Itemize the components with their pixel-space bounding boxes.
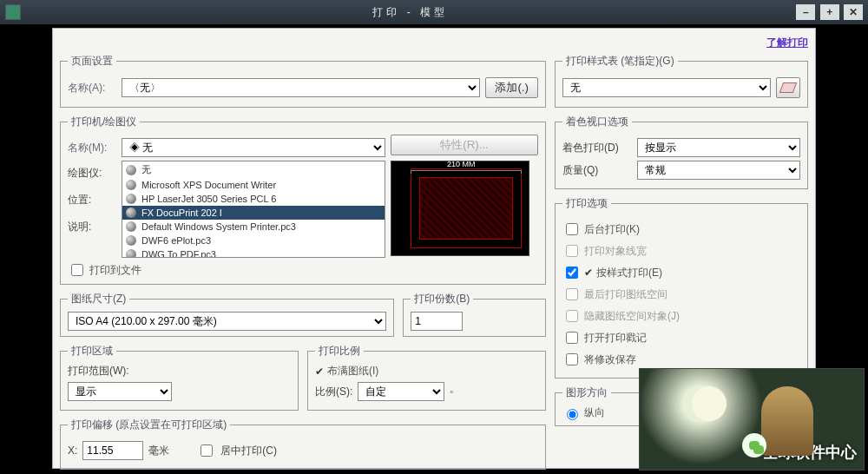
center-plot-label: 居中打印(C) <box>220 444 277 458</box>
close-icon[interactable]: ✕ <box>844 4 863 20</box>
opt-hide-paperspace-checkbox <box>566 310 578 322</box>
shaded-viewport-group: 着色视口选项 着色打印(D) 按显示 质量(Q) 常规 <box>555 115 808 189</box>
window-controls: – + ✕ <box>794 4 863 20</box>
desc-label: 说明: <box>68 220 116 234</box>
print-area-select[interactable]: 显示 <box>68 382 172 401</box>
fit-to-paper-label[interactable]: 布满图纸(I) <box>327 364 378 379</box>
page-name-select[interactable]: 〈无〉 <box>122 78 480 97</box>
plot-style-group: 打印样式表 (笔指定)(G) 无 <box>555 54 808 108</box>
page-setup-legend: 页面设置 <box>68 54 116 69</box>
page-name-label: 名称(A): <box>68 81 116 95</box>
print-offset-legend: 打印偏移 (原点设置在可打印区域) <box>68 418 230 432</box>
edit-style-button[interactable] <box>776 77 800 98</box>
titlebar: 打印 - 模型 – + ✕ <box>0 0 868 24</box>
preview-dimension: 210 MM <box>447 160 476 168</box>
offset-x-label: X: <box>68 444 77 457</box>
list-item[interactable]: HP LaserJet 3050 Series PCL 6 <box>122 192 385 206</box>
orientation-portrait-radio[interactable] <box>567 409 578 420</box>
quality-label: 质量(Q) <box>562 163 632 178</box>
print-what-label: 打印范围(W): <box>68 364 291 379</box>
printer-group: 打印机/绘图仪 名称(M): ◈ 无 绘图仪: 位置: 说明: <box>60 115 546 285</box>
page-setup-group: 页面设置 名称(A): 〈无〉 添加(.) <box>60 54 546 108</box>
properties-button[interactable]: 特性(R)... <box>391 135 538 155</box>
copies-group: 打印份数(B) <box>403 292 546 337</box>
print-area-legend: 打印区域 <box>68 344 116 359</box>
print-area-group: 打印区域 打印范围(W): 显示 <box>60 344 299 411</box>
plot-style-legend: 打印样式表 (笔指定)(G) <box>562 54 678 69</box>
window-title: 打印 - 模型 <box>26 5 794 20</box>
opt-plotstyles-checkbox[interactable] <box>566 267 578 279</box>
printer-icon <box>126 194 136 204</box>
printer-icon <box>126 207 136 218</box>
paper-preview: 210 MM <box>391 161 529 256</box>
list-item[interactable]: 无 <box>122 161 385 178</box>
minimize-icon[interactable]: – <box>796 4 815 20</box>
print-to-file-checkbox[interactable] <box>71 264 83 276</box>
paper-size-group: 图纸尺寸(Z) ISO A4 (210.00 x 297.00 毫米) <box>60 292 394 337</box>
print-scale-group: 打印比例 ✔布满图纸(I) 比例(S): 自定 ◦ <box>307 344 546 411</box>
scale-ratio-select[interactable]: 自定 <box>358 382 444 401</box>
printer-icon <box>126 249 136 258</box>
shade-mode-label: 着色打印(D) <box>562 141 632 155</box>
copies-input[interactable] <box>411 312 463 331</box>
learn-print-link[interactable]: 了解打印 <box>766 36 808 49</box>
printer-icon <box>126 235 136 246</box>
center-plot-checkbox[interactable] <box>201 444 213 457</box>
opt-plot-stamp-checkbox[interactable] <box>566 332 578 344</box>
quality-select[interactable]: 常规 <box>637 161 800 180</box>
list-item[interactable]: FX DocuPrint 202 I <box>122 206 385 220</box>
add-button[interactable]: 添加(.) <box>485 77 538 98</box>
list-item[interactable]: Default Windows System Printer.pc3 <box>122 220 385 234</box>
scale-unit-mark: ◦ <box>450 385 453 398</box>
list-item[interactable]: Microsoft XPS Document Writer <box>122 178 385 192</box>
plot-options-legend: 打印选项 <box>562 196 611 211</box>
paper-size-legend: 图纸尺寸(Z) <box>68 292 129 306</box>
printer-list[interactable]: 无 Microsoft XPS Document Writer HP Laser… <box>122 161 385 258</box>
offset-unit: 毫米 <box>148 444 169 458</box>
opt-lineweights-checkbox <box>566 245 578 257</box>
list-item[interactable]: DWG To PDF.pc3 <box>122 247 385 258</box>
printer-icon <box>126 180 136 190</box>
print-scale-legend: 打印比例 <box>315 344 364 359</box>
maximize-icon[interactable]: + <box>820 4 839 20</box>
app-icon <box>5 4 21 20</box>
plot-options-group: 打印选项 后台打印(K) 打印对象线宽 ✔按样式打印(E) 最后打印图纸空间 隐… <box>555 196 808 379</box>
wechat-icon <box>742 433 766 458</box>
opt-save-changes-checkbox[interactable] <box>566 353 578 365</box>
plotter-label: 绘图仪: <box>68 166 116 181</box>
shaded-viewport-legend: 着色视口选项 <box>562 115 632 129</box>
copies-legend: 打印份数(B) <box>411 292 473 306</box>
opt-paperspace-last-checkbox <box>566 288 578 300</box>
offset-x-input[interactable] <box>82 441 143 460</box>
opt-background-checkbox[interactable] <box>566 223 578 235</box>
paper-size-select[interactable]: ISO A4 (210.00 x 297.00 毫米) <box>68 312 386 331</box>
plot-style-select[interactable]: 无 <box>562 78 771 97</box>
moon-icon <box>692 386 727 421</box>
printer-name-label: 名称(M): <box>68 141 116 155</box>
printer-legend: 打印机/绘图仪 <box>68 115 140 129</box>
print-offset-group: 打印偏移 (原点设置在可打印区域) X: 毫米 居中打印(C) <box>60 418 546 470</box>
promo-overlay: 全球软件中心 <box>639 368 865 471</box>
location-label: 位置: <box>68 193 116 207</box>
shade-mode-select[interactable]: 按显示 <box>637 138 800 157</box>
scale-ratio-label: 比例(S): <box>315 385 352 399</box>
list-item[interactable]: DWF6 ePlot.pc3 <box>122 234 385 247</box>
printer-name-select[interactable]: ◈ 无 <box>122 138 385 157</box>
print-to-file-label: 打印到文件 <box>89 263 141 278</box>
orientation-legend: 图形方向 <box>562 385 611 400</box>
person-portrait <box>761 386 813 456</box>
printer-icon <box>126 221 136 232</box>
printer-icon <box>126 165 136 175</box>
